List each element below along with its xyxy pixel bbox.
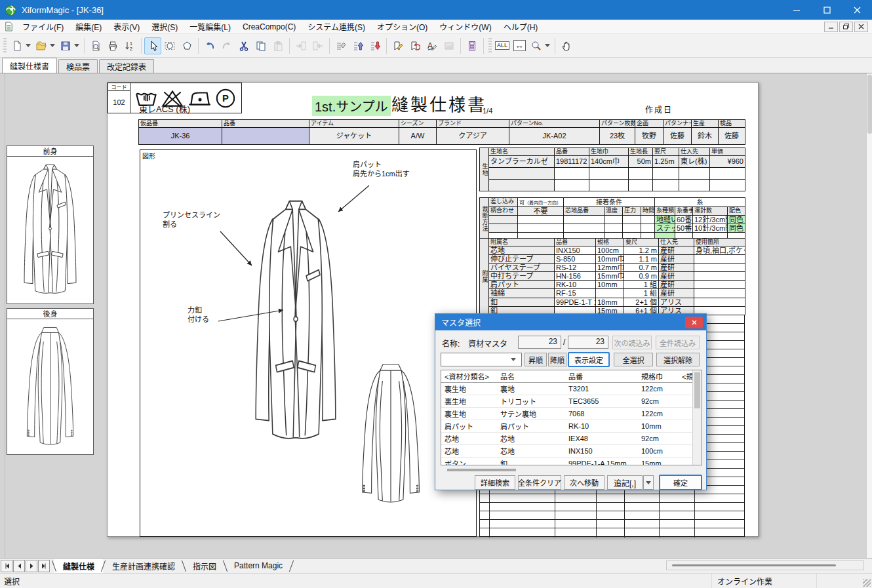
sort-key-combobox[interactable]	[441, 353, 522, 366]
lasso-polygon-button[interactable]	[178, 37, 195, 54]
select-all-button[interactable]: 全選択	[614, 353, 653, 366]
load-all-button[interactable]: 全件読込み	[656, 336, 700, 349]
new-file-button[interactable]	[9, 37, 26, 54]
menu-window[interactable]: ウィンドウ(W)	[433, 20, 497, 33]
print-button[interactable]	[104, 37, 121, 54]
sort-order-button[interactable]: 12	[121, 37, 138, 54]
tab-revision-record[interactable]: 改定記録表	[99, 59, 154, 73]
text-edit-button[interactable]: A	[424, 37, 441, 54]
tab-sewing-spec[interactable]: 縫製仕様書	[2, 58, 57, 73]
menu-list-edit[interactable]: 一覧編集(L)	[184, 20, 237, 33]
sheet-prev-button[interactable]	[13, 560, 25, 572]
display-settings-button[interactable]: 表示設定	[568, 352, 610, 367]
zoom-dropdown-icon[interactable]	[545, 44, 550, 47]
lasso-ellipse-button[interactable]	[161, 37, 178, 54]
menu-help[interactable]: ヘルプ(H)	[498, 20, 544, 33]
open-file-dropdown-icon[interactable]	[50, 44, 55, 47]
menu-file[interactable]: ファイル(F)	[16, 20, 69, 33]
minimize-button[interactable]	[782, 0, 812, 20]
undo-button[interactable]	[201, 37, 218, 54]
pan-hand-button[interactable]	[558, 37, 575, 54]
save-button[interactable]	[57, 37, 74, 54]
move-next-button[interactable]: 次へ移動	[564, 475, 604, 490]
append-button[interactable]: 追記[,]	[607, 475, 643, 490]
open-file-button[interactable]	[33, 37, 50, 54]
sheet-next-button[interactable]	[26, 560, 37, 572]
sheet-horizontal-scrollbar[interactable]	[666, 560, 864, 570]
redo-button[interactable]	[218, 37, 235, 54]
sort-desc-button[interactable]: 降順	[548, 353, 566, 366]
send-out-button[interactable]	[309, 37, 327, 54]
detail-search-button[interactable]: 詳細検索	[475, 475, 515, 490]
count-separator: /	[563, 338, 565, 347]
mdi-restore-button[interactable]	[839, 22, 853, 32]
list-horizontal-scrollbar[interactable]	[441, 467, 702, 473]
confirm-button[interactable]: 確定	[659, 475, 702, 490]
toolbar-grip[interactable]	[488, 38, 492, 54]
calculator-button[interactable]	[464, 37, 481, 54]
load-next-button[interactable]: 次の読込み	[612, 336, 652, 349]
cut-button[interactable]	[235, 37, 252, 54]
zoom-button[interactable]	[528, 37, 545, 54]
sort-asc-button[interactable]: 昇順	[525, 353, 547, 366]
canvas-vertical-scrollbar[interactable]	[866, 73, 872, 558]
fit-width-button[interactable]: ↔	[511, 37, 528, 54]
check-edit-button[interactable]	[389, 37, 406, 54]
thumbnail-front-body[interactable]: 前身	[7, 146, 94, 304]
dialog-title-bar[interactable]: マスタ選択	[435, 314, 706, 330]
delete-rows-button[interactable]	[332, 37, 349, 54]
sheet-first-button[interactable]	[1, 560, 12, 572]
move-rows-down-button[interactable]	[367, 37, 384, 54]
total-count-field[interactable]: 23	[568, 336, 608, 349]
master-row[interactable]: ボタン釦99PDE-1-A 15mm15mm	[441, 458, 694, 466]
master-list-header[interactable]: <資材分類名>品名品番規格巾<規	[441, 370, 694, 383]
menu-creacompo[interactable]: CreaCompo(C)	[237, 21, 302, 33]
master-row[interactable]: 裏生地サテン裏地7068122cm	[441, 408, 694, 420]
menu-view[interactable]: 表示(V)	[108, 20, 146, 33]
menu-system-link[interactable]: システム連携(S)	[302, 20, 371, 33]
deselect-button[interactable]: 選択解除	[656, 353, 700, 366]
send-in-button[interactable]	[292, 37, 309, 54]
master-row[interactable]: 裏生地トリコットTEC365592cm	[441, 395, 694, 408]
list-vertical-scrollbar[interactable]	[692, 370, 702, 465]
close-button[interactable]	[842, 0, 872, 20]
master-row[interactable]: 芯地芯地IEX4892cm	[441, 433, 694, 445]
jacket-front-thumbnail	[7, 157, 93, 302]
menu-select[interactable]: 選択(S)	[146, 20, 184, 33]
resize-grip-icon[interactable]	[863, 579, 871, 587]
new-file-dropdown-icon[interactable]	[26, 44, 31, 47]
mdi-minimize-button[interactable]	[824, 22, 838, 32]
move-rows-up-button[interactable]	[349, 37, 367, 54]
current-count-field[interactable]: 23	[518, 336, 561, 349]
copy-button[interactable]	[252, 37, 269, 54]
mdi-close-button[interactable]	[854, 22, 868, 32]
master-row[interactable]: 芯地芯地INX150100cm	[441, 445, 694, 458]
cell: 仮品番	[139, 120, 222, 128]
image-button[interactable]	[441, 37, 458, 54]
select-arrow-button[interactable]	[144, 37, 161, 54]
clear-conditions-button[interactable]: 全条件クリア	[518, 475, 561, 490]
sheet-tab-sewing-spec[interactable]: 縫製仕様	[54, 559, 103, 573]
append-dropdown-button[interactable]	[643, 475, 654, 490]
window-title: XiformMagic - [JK-36]	[22, 5, 104, 15]
sheet-last-button[interactable]	[38, 560, 50, 572]
check-update-button[interactable]	[406, 37, 424, 54]
print-preview-button[interactable]	[87, 37, 104, 54]
menu-options[interactable]: オプション(O)	[371, 20, 433, 33]
cell: 不要	[518, 206, 564, 215]
dialog-close-button[interactable]	[685, 317, 703, 328]
save-dropdown-icon[interactable]	[74, 44, 79, 47]
master-row[interactable]: 肩パット肩パットRK-1010mm	[441, 420, 694, 433]
tab-inspection[interactable]: 検品票	[58, 59, 98, 73]
maximize-button[interactable]	[812, 0, 842, 20]
view-all-button[interactable]: ALL	[494, 37, 511, 54]
toolbar-grip[interactable]	[3, 38, 7, 54]
sheet-tab-pattern-magic[interactable]: Pattern Magic	[226, 559, 291, 573]
sheet-tab-production-plan[interactable]: 生産計画連携確認	[104, 559, 184, 573]
sheet-tab-instruction[interactable]: 指示図	[184, 559, 225, 573]
thumbnail-back-body[interactable]: 後身	[7, 308, 94, 455]
menu-edit[interactable]: 編集(E)	[69, 20, 108, 33]
master-row[interactable]: 裏生地裏地T3201122cm	[441, 383, 694, 395]
paste-button[interactable]	[269, 37, 287, 54]
cell: 企画	[635, 120, 664, 128]
